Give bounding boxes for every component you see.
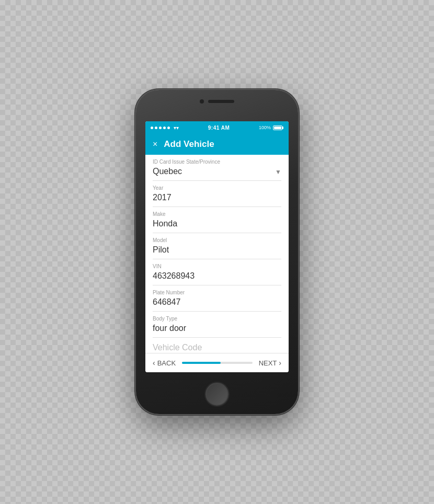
phone-top-area [200,99,234,104]
page-title: Add Vehicle [164,139,214,150]
field-vin[interactable]: VIN 463268943 [153,259,281,285]
field-model[interactable]: Model Pilot [153,233,281,259]
placeholder-vehicle-code: Vehicle Code [153,342,281,353]
dropdown-row-state[interactable]: Quebec ▼ [153,166,281,178]
phone-body: ▾▾ 9:41 AM 100% × Add Vehicle [136,90,298,414]
field-make[interactable]: Make Honda [153,207,281,233]
label-plate-number: Plate Number [153,290,281,295]
signal-dot-5 [167,127,170,129]
battery-icon [273,125,283,130]
phone-screen: ▾▾ 9:41 AM 100% × Add Vehicle [145,121,289,372]
signal-dot-3 [159,127,162,129]
back-label: BACK [157,359,176,367]
battery-body [273,125,282,130]
app-header: × Add Vehicle [145,134,289,155]
label-state-province: ID Card Issue State/Province [153,159,281,165]
status-bar: ▾▾ 9:41 AM 100% [145,121,289,134]
signal-dot-4 [163,127,166,129]
status-left: ▾▾ [151,125,179,131]
battery-fill [274,127,281,129]
label-model: Model [153,237,281,243]
field-body-type[interactable]: Body Type four door [153,312,281,338]
value-model: Pilot [153,244,281,257]
next-button[interactable]: NEXT › [259,359,281,367]
field-year[interactable]: Year 2017 [153,181,281,207]
battery-tip [282,127,283,129]
field-plate-number[interactable]: Plate Number 646847 [153,285,281,312]
value-make: Honda [153,218,281,231]
back-button[interactable]: ‹ BACK [153,359,176,367]
status-time: 9:41 AM [208,125,230,131]
progress-bar-container [182,362,253,364]
field-vehicle-code[interactable]: Vehicle Code [153,338,281,353]
value-vin: 463268943 [153,270,281,283]
speaker [208,100,234,103]
bottom-navigation: ‹ BACK NEXT › [145,353,289,372]
battery-percent: 100% [259,125,271,130]
form-content: ID Card Issue State/Province Quebec ▼ Ye… [145,155,289,353]
home-button[interactable] [205,383,229,406]
wifi-icon: ▾▾ [174,125,179,131]
signal-dot-2 [155,127,157,129]
next-label: NEXT [259,359,277,367]
close-button[interactable]: × [153,140,157,148]
value-year: 2017 [153,192,281,204]
value-state-province: Quebec [153,166,182,178]
label-vin: VIN [153,264,281,269]
status-right: 100% [259,125,283,130]
phone-device: ▾▾ 9:41 AM 100% × Add Vehicle [136,90,298,414]
label-year: Year [153,185,281,191]
value-plate-number: 646847 [153,296,281,309]
back-chevron-icon: ‹ [153,359,155,367]
value-body-type: four door [153,323,281,335]
progress-bar-fill [182,362,221,364]
field-state-province[interactable]: ID Card Issue State/Province Quebec ▼ [153,155,281,181]
next-chevron-icon: › [279,359,281,367]
signal-dot-1 [151,127,153,129]
label-body-type: Body Type [153,316,281,322]
dropdown-arrow-icon: ▼ [275,168,281,176]
label-make: Make [153,211,281,217]
camera [200,99,204,104]
